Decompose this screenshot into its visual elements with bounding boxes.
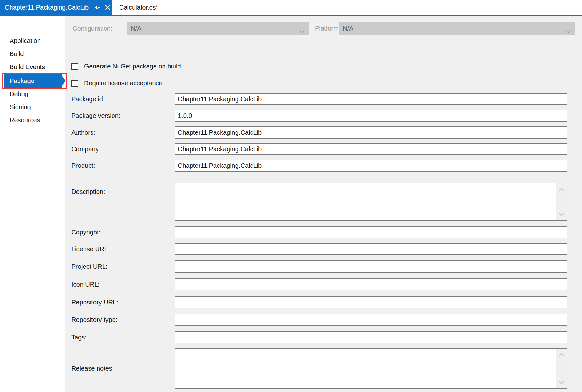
chevron-down-icon: [300, 27, 305, 35]
tab-project-properties[interactable]: Chapter11.Packaging.CalcLib: [0, 0, 112, 15]
company-input[interactable]: [175, 143, 567, 155]
platform-dropdown[interactable]: N/A: [339, 22, 575, 35]
sidebar-item-resources[interactable]: Resources: [0, 115, 65, 125]
sidebar-item-application[interactable]: Application: [0, 35, 65, 46]
authors-label: Authors:: [71, 126, 170, 139]
scroll-down-icon[interactable]: [559, 380, 564, 385]
properties-nav-sidebar: Application Build Build Events Package D…: [0, 16, 65, 392]
project-url-label: Project URL:: [71, 260, 170, 273]
platform-label: Platform:: [315, 22, 340, 35]
repository-type-input[interactable]: [175, 314, 567, 326]
scrollbar[interactable]: [556, 349, 567, 388]
sidebar-item-build-events[interactable]: Build Events: [0, 61, 65, 72]
package-version-label: Package version:: [71, 110, 170, 122]
sidebar-item-debug[interactable]: Debug: [0, 89, 65, 99]
checkbox-label: Generate NuGet package on build: [84, 63, 181, 70]
chevron-down-icon: [566, 27, 571, 35]
configuration-dropdown[interactable]: N/A: [127, 22, 309, 35]
scroll-down-icon[interactable]: [559, 211, 564, 217]
configuration-label: Configuration:: [73, 22, 113, 35]
require-license-row: Require license acceptance: [71, 80, 163, 87]
tab-label: Calculator.cs*: [119, 4, 158, 11]
tags-input[interactable]: [175, 331, 567, 343]
pin-icon[interactable]: [94, 4, 101, 11]
generate-nuget-row: Generate NuGet package on build: [71, 63, 181, 70]
authors-input[interactable]: [175, 126, 567, 139]
selected-item-arrow: [62, 76, 66, 85]
icon-url-label: Icon URL:: [71, 278, 170, 290]
sidebar-item-build[interactable]: Build: [0, 48, 65, 59]
product-label: Product:: [71, 160, 170, 172]
repository-type-label: Repository type:: [71, 314, 170, 326]
sidebar-divider: [3, 16, 3, 392]
company-label: Company:: [71, 143, 170, 155]
close-icon[interactable]: [105, 5, 110, 10]
repository-url-input[interactable]: [175, 296, 567, 308]
license-url-label: License URL:: [71, 243, 170, 255]
checkbox-label: Require license acceptance: [84, 80, 163, 87]
generate-nuget-checkbox[interactable]: [71, 63, 78, 70]
scroll-up-icon[interactable]: [559, 352, 564, 358]
tab-label: Chapter11.Packaging.CalcLib: [5, 4, 89, 11]
icon-url-input[interactable]: [175, 278, 567, 290]
license-url-input[interactable]: [175, 243, 567, 255]
scroll-up-icon[interactable]: [559, 187, 564, 192]
tags-label: Tags:: [71, 331, 170, 343]
tab-calculator-cs[interactable]: Calculator.cs*: [112, 0, 165, 15]
require-license-checkbox[interactable]: [71, 80, 78, 87]
repository-url-label: Repository URL:: [71, 296, 170, 308]
copyright-label: Copyright:: [71, 226, 170, 238]
product-input[interactable]: [175, 160, 567, 172]
sidebar-item-package[interactable]: Package: [4, 74, 62, 88]
document-tab-bar: Chapter11.Packaging.CalcLib: [0, 0, 582, 15]
package-id-label: Package id:: [71, 93, 170, 105]
scrollbar[interactable]: [556, 183, 567, 220]
release-notes-label: Release notes:: [71, 348, 170, 389]
sidebar-item-signing[interactable]: Signing: [0, 102, 65, 112]
description-label: Description:: [71, 183, 170, 221]
package-version-input[interactable]: [175, 110, 567, 122]
description-textarea[interactable]: [175, 183, 567, 221]
project-url-input[interactable]: [175, 260, 567, 273]
copyright-input[interactable]: [175, 226, 567, 238]
project-properties-window: Chapter11.Packaging.CalcLib: [0, 0, 582, 392]
package-id-input[interactable]: [175, 93, 567, 105]
release-notes-textarea[interactable]: [175, 348, 567, 389]
